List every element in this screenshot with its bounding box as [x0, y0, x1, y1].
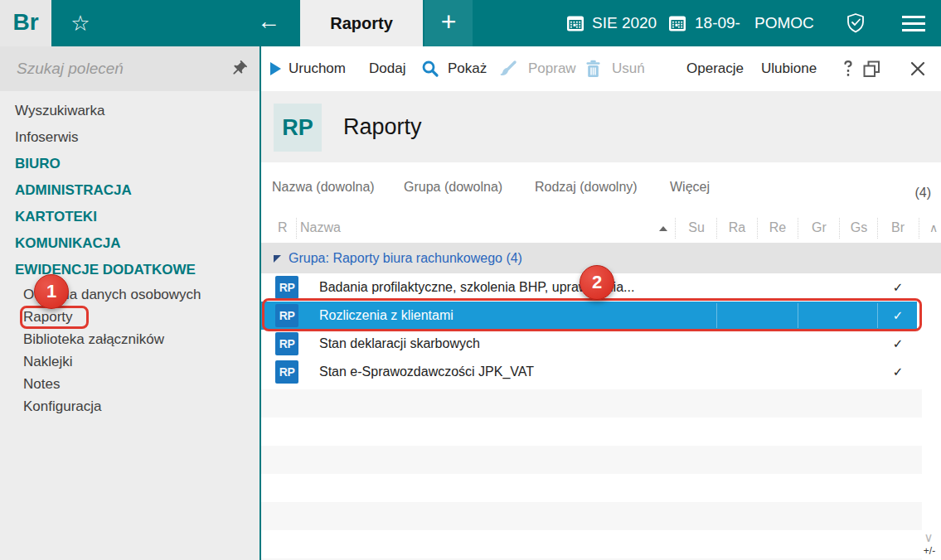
table-row[interactable]: RP Stan deklaracji skarbowych ✓: [261, 330, 922, 358]
filter-grupa[interactable]: Grupa (dowolna): [404, 162, 502, 212]
column-header-nazwa[interactable]: Nazwa: [300, 212, 341, 244]
sidebar-item-kartoteki[interactable]: KARTOTEKI: [0, 204, 260, 230]
module-header: RP Raporty: [261, 91, 941, 162]
group-row[interactable]: Grupa: Raporty biura rachunkowego (4): [261, 244, 941, 273]
page-title: Raporty: [343, 91, 422, 162]
empty-row: [261, 389, 922, 418]
brush-icon: [497, 60, 517, 78]
run-icon: [270, 62, 281, 75]
column-header-su[interactable]: Su: [688, 212, 705, 244]
column-separator: [877, 303, 878, 328]
filter-rodzaj[interactable]: Rodzaj (dowolny): [535, 162, 638, 212]
report-rp-icon: RP: [275, 360, 298, 384]
sidebar-item-wyszukiwarka[interactable]: Wyszukiwarka: [0, 98, 260, 124]
column-header-re[interactable]: Re: [769, 212, 786, 244]
empty-row: [261, 446, 922, 474]
filter-wiecej[interactable]: Więcej: [670, 162, 710, 212]
sidebar-menu: Wyszukiwarka Infoserwis BIURO ADMINISTRA…: [0, 91, 260, 418]
check-mark: ✓: [890, 273, 906, 302]
column-separator: [296, 218, 297, 239]
run-button[interactable]: Uruchom: [289, 46, 346, 91]
sidebar-item-konfiguracja[interactable]: Konfiguracja: [0, 395, 260, 418]
group-collapse-icon[interactable]: [274, 255, 281, 263]
sidebar-item-ochrona-danych[interactable]: Ochrona danych osobowych: [0, 283, 260, 306]
column-header-gr[interactable]: Gr: [812, 212, 827, 244]
sidebar-item-raporty[interactable]: Raporty: [0, 306, 260, 328]
module-toolbar: Uruchom Dodaj Pokaż Popraw Usuń Oper: [261, 46, 941, 91]
column-header-ra[interactable]: Ra: [729, 212, 745, 244]
calendar-icon: [566, 14, 584, 32]
command-search-band: [0, 46, 260, 91]
restore-window-icon[interactable]: [862, 60, 881, 79]
column-separator: [716, 218, 717, 239]
sidebar-item-infoserwis[interactable]: Infoserwis: [0, 124, 260, 151]
column-header-gs[interactable]: Gs: [851, 212, 867, 244]
column-separator: [877, 218, 878, 239]
sidebar-item-biblioteka-zalacznikow[interactable]: Biblioteka załączników: [0, 328, 260, 350]
column-separator: [798, 218, 798, 239]
close-icon[interactable]: [910, 61, 925, 76]
app-window: Br ☆ ← Raporty + SIE 2020 18-09- POMOC: [0, 0, 941, 560]
table-row[interactable]: RP Badania profilaktyczne, szkolenia BHP…: [261, 273, 922, 302]
column-separator: [919, 218, 919, 239]
new-tab-button[interactable]: +: [424, 0, 473, 46]
show-button[interactable]: Pokaż: [448, 46, 487, 91]
shield-icon[interactable]: [844, 12, 867, 35]
hamburger-menu-icon[interactable]: [902, 16, 925, 31]
sort-ascending-icon: [659, 226, 667, 231]
sidebar-item-naklejki[interactable]: Naklejki: [0, 350, 260, 373]
favorites-star-icon[interactable]: ☆: [58, 0, 103, 46]
edit-button[interactable]: Popraw: [528, 46, 576, 91]
sidebar-item-komunikacja[interactable]: KOMUNIKACJA: [0, 230, 260, 257]
help-menu[interactable]: POMOC: [754, 0, 814, 46]
top-bar: Br ☆ ← Raporty + SIE 2020 18-09- POMOC: [0, 0, 941, 46]
group-label: Grupa: Raporty biura rachunkowego (4): [289, 244, 522, 273]
date-selector[interactable]: 18-09-: [695, 0, 740, 46]
filter-nazwa[interactable]: Nazwa (dowolna): [272, 162, 375, 212]
favorites-menu[interactable]: Ulubione: [761, 46, 817, 91]
scroll-up-arrow[interactable]: ∧: [926, 212, 941, 244]
record-count: (4): [914, 174, 931, 212]
filter-bar: Nazwa (dowolna) Grupa (dowolna) Rodzaj (…: [261, 162, 941, 212]
check-mark: ✓: [890, 330, 906, 358]
sidebar-item-ewidencje-dodatkowe[interactable]: EWIDENCJE DODATKOWE: [0, 257, 260, 283]
column-separator: [798, 303, 798, 328]
report-rp-icon: RP: [275, 304, 298, 327]
column-header-br[interactable]: Br: [891, 212, 905, 244]
column-separator: [675, 218, 676, 239]
pin-icon[interactable]: [230, 60, 248, 78]
period-selector[interactable]: SIE 2020: [592, 0, 657, 46]
sidebar-item-administracja[interactable]: ADMINISTRACJA: [0, 177, 260, 204]
report-rp-icon: RP: [275, 332, 298, 355]
operations-menu[interactable]: Operacje: [686, 46, 744, 91]
delete-button[interactable]: Usuń: [612, 46, 645, 91]
row-name: Badania profilaktyczne, szkolenia BHP, u…: [319, 273, 634, 302]
tab-raporty[interactable]: Raporty: [300, 0, 423, 46]
search-input[interactable]: [17, 46, 216, 91]
sidebar-item-notes[interactable]: Notes: [0, 373, 260, 395]
toolbar-more-icon[interactable]: [842, 60, 854, 78]
row-name: Stan deklaracji skarbowych: [319, 330, 480, 358]
column-separator: [757, 218, 758, 239]
check-mark: ✓: [890, 358, 906, 386]
table-row[interactable]: RP Stan e-Sprawozdawczości JPK_VAT ✓: [261, 358, 922, 386]
empty-row: [261, 502, 922, 530]
column-separator: [716, 303, 717, 328]
sidebar: Wyszukiwarka Infoserwis BIURO ADMINISTRA…: [0, 46, 260, 560]
row-height-toggle[interactable]: +/-: [917, 545, 941, 557]
table-row-selected[interactable]: RP Rozliczenia z klientami ✓: [261, 302, 917, 330]
empty-row: [261, 530, 922, 558]
module-badge: RP: [274, 104, 322, 152]
calendar-icon: [668, 14, 686, 32]
add-button[interactable]: Dodaj: [369, 46, 405, 91]
app-logo: Br: [0, 0, 51, 46]
column-separator: [839, 218, 840, 239]
trash-icon: [585, 60, 601, 78]
scroll-down-arrow[interactable]: ∨: [919, 530, 938, 545]
column-header-r[interactable]: R: [278, 212, 288, 244]
empty-row: [261, 418, 922, 446]
empty-row: [261, 474, 922, 502]
back-arrow-icon[interactable]: ←: [249, 0, 289, 46]
row-name: Rozliczenia z klientami: [319, 302, 454, 330]
sidebar-item-biuro[interactable]: BIURO: [0, 151, 260, 177]
